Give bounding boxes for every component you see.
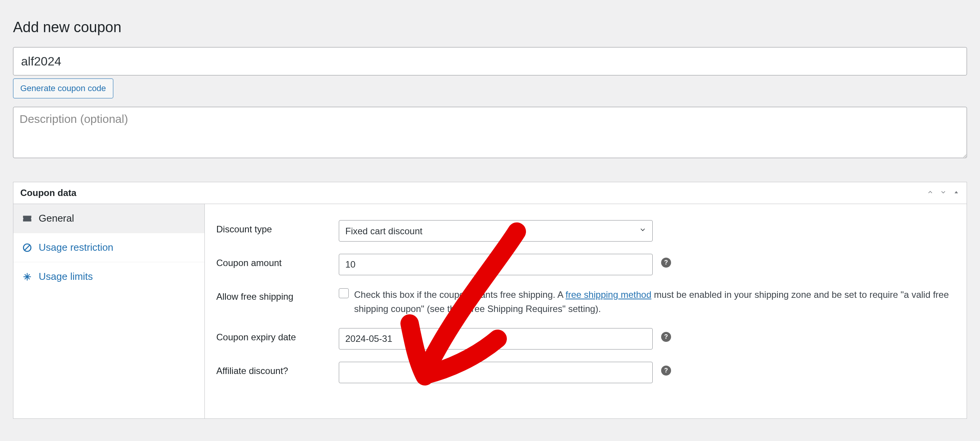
coupon-amount-input[interactable]	[339, 254, 653, 275]
help-icon[interactable]: ?	[661, 254, 671, 268]
free-shipping-method-link[interactable]: free shipping method	[565, 289, 651, 300]
panel-toggle-icon[interactable]	[953, 188, 960, 198]
coupon-data-tabs: General Usage restriction Usage limits	[13, 204, 205, 418]
expiry-date-input[interactable]	[339, 328, 653, 350]
tab-usage-limits[interactable]: Usage limits	[13, 262, 204, 291]
limits-icon	[22, 272, 33, 282]
generate-coupon-button[interactable]: Generate coupon code	[13, 78, 113, 98]
ban-icon	[22, 243, 33, 253]
tab-usage-restriction[interactable]: Usage restriction	[13, 233, 204, 262]
ticket-icon	[22, 214, 33, 223]
tab-label: Usage restriction	[39, 242, 113, 253]
tab-label: General	[39, 212, 74, 224]
affiliate-discount-input[interactable]	[339, 362, 653, 383]
coupon-amount-label: Coupon amount	[216, 254, 339, 268]
help-icon[interactable]: ?	[661, 362, 671, 376]
tab-label: Usage limits	[39, 271, 93, 283]
panel-move-up-icon[interactable]	[927, 188, 934, 198]
svg-marker-0	[955, 191, 958, 193]
panel-title: Coupon data	[20, 188, 77, 198]
general-form: Discount type Fixed cart discount	[205, 204, 967, 418]
svg-line-2	[24, 245, 30, 250]
tab-general[interactable]: General	[13, 204, 204, 233]
expiry-date-label: Coupon expiry date	[216, 328, 339, 343]
help-icon[interactable]: ?	[661, 328, 671, 342]
coupon-code-input[interactable]	[13, 47, 967, 75]
panel-header: Coupon data	[13, 182, 967, 204]
free-shipping-label: Allow free shipping	[216, 287, 339, 302]
coupon-data-panel: Coupon data General	[13, 182, 967, 419]
discount-type-select[interactable]: Fixed cart discount	[339, 220, 653, 242]
free-shipping-help-text: Check this box if the coupon grants free…	[354, 287, 955, 316]
coupon-description-input[interactable]	[13, 107, 967, 158]
panel-move-down-icon[interactable]	[940, 188, 947, 198]
discount-type-label: Discount type	[216, 220, 339, 235]
free-shipping-checkbox[interactable]	[339, 288, 349, 298]
page-title: Add new coupon	[13, 19, 967, 36]
affiliate-discount-label: Affiliate discount?	[216, 362, 339, 376]
